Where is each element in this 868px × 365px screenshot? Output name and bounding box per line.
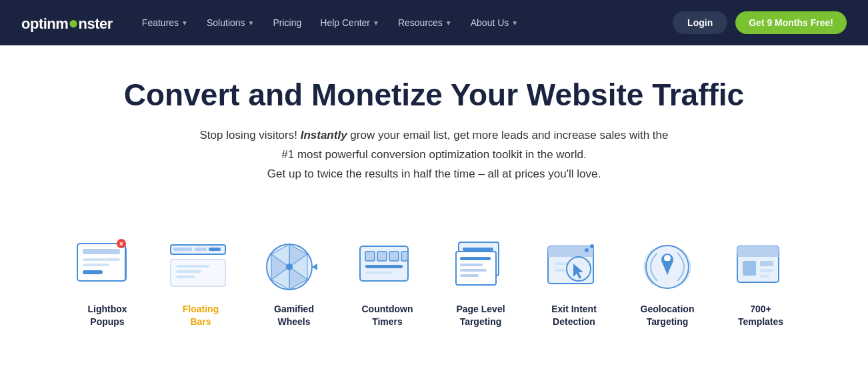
login-button[interactable]: Login bbox=[673, 11, 727, 34]
nav-resources[interactable]: Resources ▼ bbox=[390, 12, 460, 33]
hero-section: Convert and Monetize Your Website Traffi… bbox=[0, 45, 868, 230]
svg-rect-52 bbox=[760, 269, 773, 272]
logo[interactable]: optinm●nster bbox=[21, 13, 113, 33]
svg-rect-25 bbox=[365, 272, 392, 274]
floating-bars-icon bbox=[169, 240, 233, 294]
page-level-icon bbox=[449, 240, 513, 294]
svg-point-42 bbox=[585, 248, 589, 252]
exit-intent-icon bbox=[542, 240, 606, 294]
svg-rect-3 bbox=[83, 258, 120, 261]
svg-rect-11 bbox=[209, 248, 221, 251]
svg-rect-31 bbox=[460, 257, 491, 260]
feature-label: Page LevelTargeting bbox=[456, 303, 505, 329]
logo-text: optinm●nster bbox=[21, 13, 113, 33]
chevron-down-icon: ▼ bbox=[181, 19, 188, 27]
svg-rect-20 bbox=[365, 252, 375, 261]
svg-rect-24 bbox=[365, 265, 403, 268]
feature-countdown-timers[interactable]: CountdownTimers bbox=[344, 240, 431, 329]
feature-label: 700+Templates bbox=[738, 303, 783, 329]
cta-button[interactable]: Get 9 Months Free! bbox=[735, 11, 847, 34]
nav-features[interactable]: Features ▼ bbox=[134, 12, 196, 33]
feature-gamified-wheels[interactable]: GamifiedWheels bbox=[251, 240, 337, 329]
svg-point-46 bbox=[664, 255, 671, 262]
svg-rect-50 bbox=[743, 261, 756, 276]
svg-rect-32 bbox=[460, 264, 483, 266]
chevron-down-icon: ▼ bbox=[373, 19, 379, 27]
nav-actions: Login Get 9 Months Free! bbox=[673, 11, 847, 34]
countdown-timers-icon bbox=[355, 240, 419, 294]
svg-rect-21 bbox=[377, 252, 387, 261]
nav-help-center[interactable]: Help Center ▼ bbox=[312, 12, 387, 33]
svg-rect-2 bbox=[83, 249, 120, 254]
feature-geolocation[interactable]: GeolocationTargeting bbox=[624, 240, 711, 329]
feature-exit-intent[interactable]: Exit IntentDetection bbox=[531, 240, 617, 329]
svg-rect-27 bbox=[463, 248, 493, 251]
nav-about-us[interactable]: About Us ▼ bbox=[463, 12, 527, 33]
svg-rect-10 bbox=[195, 248, 207, 251]
feature-label: GeolocationTargeting bbox=[641, 303, 695, 329]
svg-rect-13 bbox=[176, 265, 209, 268]
svg-rect-37 bbox=[548, 256, 593, 257]
svg-rect-49 bbox=[737, 256, 779, 257]
chevron-down-icon: ▼ bbox=[511, 19, 518, 27]
feature-page-level[interactable]: Page LevelTargeting bbox=[437, 240, 524, 329]
features-row: × LightboxPopups FloatingBars bbox=[0, 230, 868, 350]
hero-subtitle: Stop losing visitors! Instantly grow you… bbox=[194, 126, 674, 184]
svg-rect-23 bbox=[401, 252, 408, 261]
feature-floating-bars[interactable]: FloatingBars bbox=[157, 240, 244, 329]
feature-label: GamifiedWheels bbox=[274, 303, 314, 329]
svg-rect-5 bbox=[83, 270, 103, 274]
svg-rect-22 bbox=[389, 252, 399, 261]
feature-lightbox[interactable]: × LightboxPopups bbox=[64, 240, 151, 329]
svg-rect-33 bbox=[460, 269, 487, 272]
geolocation-icon bbox=[635, 240, 699, 294]
lightbox-icon: × bbox=[75, 240, 139, 294]
chevron-down-icon: ▼ bbox=[248, 19, 255, 27]
hero-title: Convert and Monetize Your Website Traffi… bbox=[21, 77, 847, 113]
svg-text:×: × bbox=[119, 240, 123, 248]
chevron-down-icon: ▼ bbox=[445, 19, 452, 27]
svg-point-43 bbox=[590, 244, 594, 248]
nav-solutions[interactable]: Solutions ▼ bbox=[199, 12, 263, 33]
feature-label: LightboxPopups bbox=[87, 303, 127, 329]
svg-rect-15 bbox=[176, 276, 195, 278]
feature-label: FloatingBars bbox=[183, 303, 219, 329]
gamified-wheels-icon bbox=[262, 240, 326, 294]
feature-label: Exit IntentDetection bbox=[551, 303, 597, 329]
nav-pricing[interactable]: Pricing bbox=[265, 12, 310, 33]
svg-rect-34 bbox=[460, 274, 479, 277]
navbar: optinm●nster Features ▼ Solutions ▼ Pric… bbox=[0, 0, 868, 45]
svg-point-17 bbox=[286, 264, 293, 270]
svg-rect-53 bbox=[760, 275, 769, 278]
feature-label: CountdownTimers bbox=[362, 303, 413, 329]
nav-links: Features ▼ Solutions ▼ Pricing Help Cent… bbox=[134, 12, 673, 33]
svg-rect-9 bbox=[173, 248, 192, 251]
templates-icon bbox=[729, 240, 793, 294]
svg-rect-48 bbox=[737, 246, 779, 256]
feature-templates[interactable]: 700+Templates bbox=[717, 240, 804, 329]
svg-rect-4 bbox=[83, 264, 109, 266]
svg-rect-30 bbox=[456, 252, 496, 285]
svg-rect-51 bbox=[760, 261, 773, 266]
svg-rect-14 bbox=[176, 270, 201, 273]
svg-marker-18 bbox=[312, 264, 317, 270]
